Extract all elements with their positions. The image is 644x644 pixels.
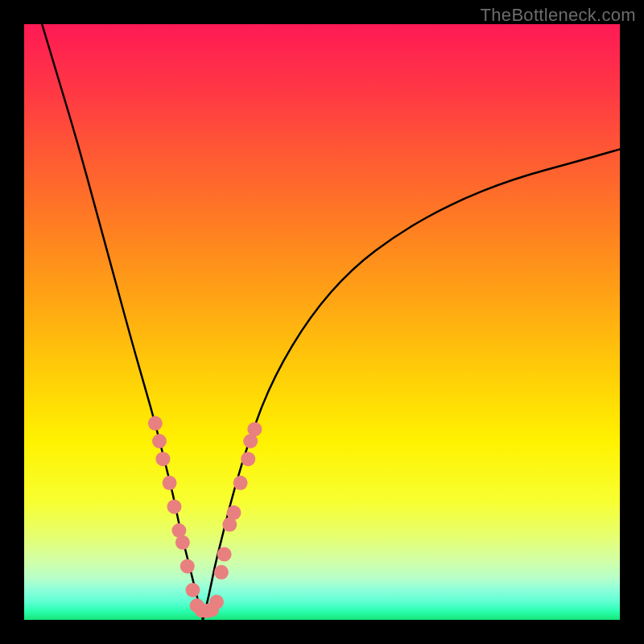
data-marker (175, 535, 190, 550)
data-marker (180, 559, 195, 573)
data-marker (155, 452, 170, 466)
data-marker (209, 595, 224, 609)
watermark-text: TheBottleneck.com (481, 5, 636, 26)
marker-group (148, 416, 262, 618)
data-marker (163, 476, 177, 490)
curve-right (203, 149, 620, 620)
chart-svg (24, 24, 620, 620)
curve-group (42, 24, 620, 620)
data-marker (185, 583, 200, 597)
data-marker (214, 565, 229, 580)
data-marker (167, 499, 181, 514)
data-marker (148, 416, 163, 431)
data-marker (217, 547, 232, 562)
data-marker (241, 452, 255, 466)
data-marker (152, 434, 167, 448)
chart-frame: TheBottleneck.com (0, 0, 644, 644)
data-marker (247, 422, 262, 436)
data-marker (226, 506, 241, 520)
plot-area (24, 24, 620, 620)
data-marker (233, 476, 248, 490)
